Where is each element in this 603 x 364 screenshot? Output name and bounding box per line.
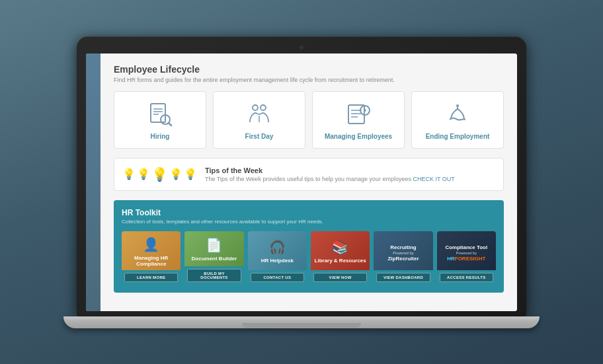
tips-description: The Tips of the Week provides useful tip… — [205, 176, 495, 182]
tips-title: Tips of the Week — [205, 166, 495, 174]
first-day-icon — [245, 100, 274, 129]
svg-point-17 — [456, 104, 459, 107]
svg-line-5 — [169, 123, 171, 126]
tips-text-area: Tips of the Week The Tips of the Week pr… — [205, 166, 495, 182]
svg-rect-0 — [151, 104, 165, 122]
lifecycle-cards: Hiring — [114, 91, 504, 149]
hiring-label: Hiring — [151, 133, 170, 140]
view-dashboard-button[interactable]: VIEW DASHBOARD — [376, 273, 430, 282]
camera — [300, 46, 303, 50]
toolkit-managing-hr-card[interactable]: 👤 Managing HR Compliance LEARN MORE — [122, 231, 181, 285]
ending-icon — [443, 100, 472, 129]
document-builder-icon: 📄 — [206, 237, 222, 253]
recruiting-label: Recruiting — [390, 244, 417, 251]
tips-desc-text: The Tips of the Week provides useful tip… — [205, 176, 411, 182]
compliance-label: Compliance Tool — [445, 244, 487, 251]
access-results-button[interactable]: ACCESS RESULTS — [440, 273, 493, 282]
recruiting-sublabel: Powered by ZipRecruiter — [387, 251, 419, 262]
view-now-button[interactable]: VIEW NOW — [313, 273, 367, 282]
bulb-2-icon: 💡 — [137, 168, 150, 180]
section-subtitle: Find HR forms and guides for the entire … — [114, 77, 504, 83]
managing-hr-label: Managing HR Compliance — [124, 255, 178, 268]
layout-body: Employee Lifecycle Find HR forms and gui… — [86, 54, 517, 311]
managing-card[interactable]: Managing Employees — [312, 91, 405, 149]
compliance-sublabel: Powered by HRFORESIGHT — [447, 251, 485, 262]
recruiting-bg: Recruiting Powered by ZipRecruiter — [374, 231, 432, 270]
first-day-card[interactable]: First Day — [213, 91, 305, 149]
bulb-5-icon: 💡 — [184, 168, 197, 180]
toolkit-library-card[interactable]: 📚 Library & Resources VIEW NOW — [311, 231, 370, 285]
managing-hr-bg: 👤 Managing HR Compliance — [122, 231, 181, 270]
hiring-icon — [145, 100, 175, 129]
section-title: Employee Lifecycle — [114, 64, 504, 75]
ending-card[interactable]: Ending Employment — [411, 91, 504, 149]
sidebar-strip — [86, 54, 100, 311]
managing-icon — [344, 100, 373, 129]
toolkit-recruiting-card[interactable]: Recruiting Powered by ZipRecruiter VIEW … — [374, 231, 432, 285]
document-builder-label: Document Builder — [192, 256, 237, 262]
laptop-base — [63, 316, 540, 328]
ziprecruiter-logo: ZipRecruiter — [387, 256, 419, 262]
bulb-4-icon: 💡 — [169, 168, 182, 180]
library-icon: 📚 — [332, 239, 348, 255]
library-bg: 📚 Library & Resources — [311, 231, 370, 270]
helpdesk-icon: 🎧 — [269, 239, 286, 255]
helpdesk-label: HR Helpdesk — [261, 258, 294, 264]
toolkit-helpdesk-card[interactable]: 🎧 HR Helpdesk CONTACT US — [248, 231, 307, 285]
svg-point-6 — [253, 105, 258, 110]
toolkit-document-builder-card[interactable]: 📄 Document Builder BUILD MY DOCUMENTS — [184, 231, 243, 285]
laptop-shell: Employee Lifecycle Find HR forms and gui… — [63, 36, 540, 328]
managing-hr-icon: 👤 — [143, 237, 159, 252]
employee-lifecycle-section: Employee Lifecycle Find HR forms and gui… — [114, 64, 504, 293]
helpdesk-bg: 🎧 HR Helpdesk — [248, 231, 307, 270]
toolkit-cards: 👤 Managing HR Compliance LEARN MORE — [122, 231, 496, 285]
hrforesight-logo: HRFORESIGHT — [447, 256, 485, 262]
svg-point-7 — [261, 105, 266, 110]
contact-us-button[interactable]: CONTACT US — [251, 273, 304, 282]
toolkit-section: HR Toolkit Collection of tools, template… — [114, 200, 504, 293]
tips-icons: 💡 💡 💡 💡 💡 — [122, 166, 197, 182]
library-label: Library & Resources — [315, 258, 366, 264]
screen-content: Employee Lifecycle Find HR forms and gui… — [86, 54, 517, 311]
tips-link[interactable]: CHECK IT OUT — [413, 176, 455, 182]
laptop-screen: Employee Lifecycle Find HR forms and gui… — [86, 54, 517, 311]
learn-more-button[interactable]: LEARN MORE — [124, 273, 178, 282]
hiring-card[interactable]: Hiring — [114, 91, 206, 149]
toolkit-subtitle: Collection of tools, templates and other… — [122, 219, 496, 225]
tips-section: 💡 💡 💡 💡 💡 Tips of the Week The T — [114, 158, 504, 191]
compliance-bg: Compliance Tool Powered by HRFORESIGHT — [437, 231, 496, 270]
ending-label: Ending Employment — [426, 133, 490, 140]
managing-label: Managing Employees — [325, 133, 392, 140]
first-day-label: First Day — [245, 133, 274, 140]
toolkit-title: HR Toolkit — [122, 208, 496, 217]
screen-bezel: Employee Lifecycle Find HR forms and gui… — [77, 36, 526, 316]
toolkit-compliance-card[interactable]: Compliance Tool Powered by HRFORESIGHT A… — [437, 231, 496, 285]
bulb-1-icon: 💡 — [122, 168, 136, 180]
build-documents-button[interactable]: BUILD MY DOCUMENTS — [187, 269, 241, 282]
main-content: Employee Lifecycle Find HR forms and gui… — [100, 54, 517, 311]
document-builder-bg: 📄 Document Builder — [184, 231, 243, 266]
bulb-3-icon: 💡 — [151, 166, 168, 182]
